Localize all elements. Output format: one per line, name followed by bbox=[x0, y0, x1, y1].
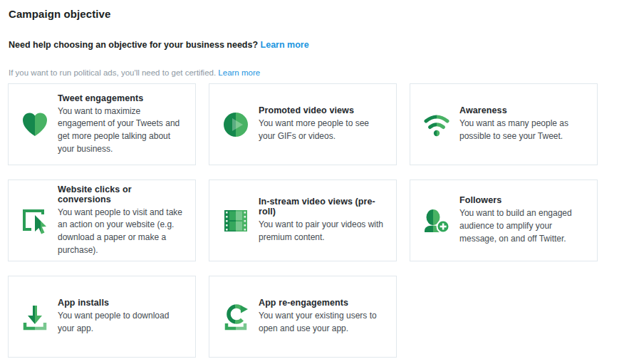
heart-icon bbox=[21, 110, 49, 139]
card-text: App installs You want people to download… bbox=[58, 298, 185, 336]
card-description: You want people to download your app. bbox=[58, 310, 185, 336]
card-title: App re-engagements bbox=[259, 298, 386, 308]
political-ads-notice: If you want to run political ads, you'll… bbox=[9, 68, 260, 77]
objective-card-in-stream-video-views[interactable]: In-stream video views (pre-roll) You wan… bbox=[209, 180, 397, 261]
card-title: In-stream video views (pre-roll) bbox=[259, 197, 386, 217]
card-text: Awareness You want as many people as pos… bbox=[459, 105, 587, 143]
help-learn-more-link[interactable]: Learn more bbox=[261, 40, 309, 50]
card-text: App re-engagements You want your existin… bbox=[259, 298, 386, 336]
wifi-signal-icon bbox=[422, 110, 451, 139]
campaign-objective-page: Campaign objective Need help choosing an… bbox=[0, 0, 629, 364]
card-title: App installs bbox=[58, 298, 185, 308]
card-title: Followers bbox=[459, 195, 587, 205]
help-question: Need help choosing an objective for your… bbox=[9, 40, 309, 50]
objective-card-followers[interactable]: Followers You want to build an engaged a… bbox=[410, 180, 598, 261]
objective-card-tweet-engagements[interactable]: Tweet engagements You want to maximize e… bbox=[8, 83, 196, 165]
person-add-icon bbox=[422, 207, 451, 235]
card-description: You want people to visit and take an act… bbox=[58, 207, 185, 257]
play-circle-icon bbox=[222, 110, 250, 139]
card-title: Awareness bbox=[459, 105, 587, 115]
card-title: Promoted video views bbox=[259, 105, 386, 115]
card-description: You want as many people as possible to s… bbox=[459, 118, 587, 143]
film-strip-icon bbox=[222, 207, 250, 235]
help-question-text: Need help choosing an objective for your… bbox=[9, 40, 258, 50]
card-description: You want more people to see your GIFs or… bbox=[259, 118, 386, 143]
political-learn-more-link[interactable]: Learn more bbox=[218, 68, 260, 77]
card-text: Followers You want to build an engaged a… bbox=[459, 195, 587, 245]
card-text: Website clicks or conversions You want p… bbox=[58, 184, 185, 257]
card-title: Website clicks or conversions bbox=[58, 184, 185, 204]
card-description: You want your existing users to open and… bbox=[259, 310, 386, 336]
card-title: Tweet engagements bbox=[58, 93, 185, 103]
card-text: In-stream video views (pre-roll) You wan… bbox=[259, 197, 386, 244]
card-description: You want to build an engaged audience to… bbox=[459, 207, 587, 245]
objective-card-promoted-video-views[interactable]: Promoted video views You want more peopl… bbox=[209, 83, 397, 165]
page-title: Campaign objective bbox=[9, 8, 111, 20]
refresh-tray-icon bbox=[222, 303, 250, 331]
objective-cards-grid: Tweet engagements You want to maximize e… bbox=[8, 83, 598, 358]
card-description: You want to maximize engagement of your … bbox=[58, 105, 185, 156]
objective-card-app-installs[interactable]: App installs You want people to download… bbox=[8, 276, 196, 358]
download-tray-icon bbox=[21, 303, 49, 331]
cursor-click-icon bbox=[21, 207, 49, 235]
political-ads-text: If you want to run political ads, you'll… bbox=[9, 68, 216, 77]
objective-card-app-re-engagements[interactable]: App re-engagements You want your existin… bbox=[209, 276, 397, 358]
objective-card-website-clicks[interactable]: Website clicks or conversions You want p… bbox=[8, 180, 196, 261]
objective-card-awareness[interactable]: Awareness You want as many people as pos… bbox=[410, 83, 598, 165]
card-text: Promoted video views You want more peopl… bbox=[259, 105, 386, 143]
card-description: You want to pair your videos with premiu… bbox=[259, 219, 386, 244]
card-text: Tweet engagements You want to maximize e… bbox=[58, 93, 185, 156]
